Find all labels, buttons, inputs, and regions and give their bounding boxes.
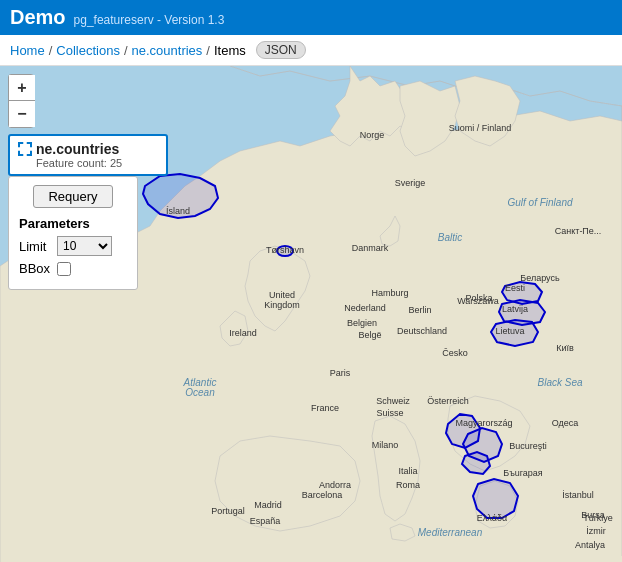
- svg-text:Hamburg: Hamburg: [371, 288, 408, 298]
- info-box: ne.countries Feature count: 25: [8, 134, 168, 176]
- svg-text:France: France: [311, 403, 339, 413]
- svg-text:Mediterranean: Mediterranean: [418, 527, 483, 538]
- svg-text:Lietuva: Lietuva: [495, 326, 524, 336]
- svg-text:España: España: [250, 516, 281, 526]
- svg-text:Ísland: Ísland: [166, 206, 190, 216]
- svg-text:Беларусь: Беларусь: [520, 273, 560, 283]
- svg-text:Одеca: Одеca: [552, 418, 579, 428]
- breadcrumb-sep3: /: [206, 43, 210, 58]
- svg-text:Deutschland: Deutschland: [397, 326, 447, 336]
- limit-row: Limit 10 25 50 100: [19, 236, 127, 256]
- svg-text:Česko: Česko: [442, 348, 468, 358]
- svg-text:Bursa: Bursa: [581, 510, 605, 520]
- svg-text:Latvija: Latvija: [502, 304, 528, 314]
- zoom-in-button[interactable]: +: [9, 75, 35, 101]
- svg-text:Ελλάδα: Ελλάδα: [477, 513, 507, 523]
- svg-text:United: United: [269, 290, 295, 300]
- breadcrumb: Home / Collections / ne.countries / Item…: [0, 35, 622, 66]
- breadcrumb-sep2: /: [124, 43, 128, 58]
- svg-text:Norge: Norge: [360, 130, 385, 140]
- svg-text:Warszawa: Warszawa: [457, 296, 499, 306]
- breadcrumb-items: Items: [214, 43, 246, 58]
- svg-text:Baltic: Baltic: [438, 232, 462, 243]
- svg-text:Antalya: Antalya: [575, 540, 605, 550]
- svg-text:Magyarország: Magyarország: [455, 418, 512, 428]
- svg-text:Milano: Milano: [372, 440, 399, 450]
- svg-text:Nederland: Nederland: [344, 303, 386, 313]
- svg-text:İzmir: İzmir: [586, 526, 606, 536]
- zoom-out-button[interactable]: −: [9, 101, 35, 127]
- app-subtitle: pg_featureserv - Version 1.3: [74, 13, 225, 27]
- app-title: Demo: [10, 6, 66, 29]
- svg-text:Danmark: Danmark: [352, 243, 389, 253]
- svg-text:Київ: Київ: [556, 343, 574, 353]
- limit-label: Limit: [19, 239, 51, 254]
- svg-text:Italia: Italia: [398, 466, 417, 476]
- svg-text:Berlin: Berlin: [408, 305, 431, 315]
- svg-text:Бъuгарая: Бъuгарая: [503, 468, 543, 478]
- app-header: Demo pg_featureserv - Version 1.3: [0, 0, 622, 35]
- svg-text:Black Sea: Black Sea: [537, 377, 582, 388]
- svg-text:Bucureşti: Bucureşti: [509, 441, 547, 451]
- svg-text:Belgien: Belgien: [347, 318, 377, 328]
- breadcrumb-collections[interactable]: Collections: [56, 43, 120, 58]
- json-badge[interactable]: JSON: [256, 41, 306, 59]
- svg-text:Ireland: Ireland: [229, 328, 257, 338]
- breadcrumb-home[interactable]: Home: [10, 43, 45, 58]
- svg-text:Suomi / Finland: Suomi / Finland: [449, 123, 512, 133]
- svg-text:Kingdom: Kingdom: [264, 300, 300, 310]
- params-title: Parameters: [19, 216, 127, 231]
- svg-text:Andorra: Andorra: [319, 480, 351, 490]
- svg-text:Suisse: Suisse: [376, 408, 403, 418]
- svg-text:Schweiz: Schweiz: [376, 396, 410, 406]
- bbox-label: BBox: [19, 261, 51, 276]
- svg-text:Санкт-Пе...: Санкт-Пе...: [555, 226, 602, 236]
- feature-icon: [18, 142, 32, 156]
- feature-count: Feature count: 25: [36, 157, 158, 169]
- bbox-checkbox[interactable]: [57, 262, 71, 276]
- svg-text:İstanbul: İstanbul: [562, 490, 594, 500]
- zoom-controls: + −: [8, 74, 34, 128]
- limit-select[interactable]: 10 25 50 100: [57, 236, 112, 256]
- svg-text:Portugal: Portugal: [211, 506, 245, 516]
- svg-text:Gulf of Finland: Gulf of Finland: [507, 197, 572, 208]
- query-panel: Requery Parameters Limit 10 25 50 100 BB…: [8, 176, 138, 290]
- breadcrumb-layer[interactable]: ne.countries: [132, 43, 203, 58]
- svg-text:Sverige: Sverige: [395, 178, 426, 188]
- requery-button[interactable]: Requery: [33, 185, 113, 208]
- svg-text:Österreich: Österreich: [427, 396, 469, 406]
- svg-text:Barcelona: Barcelona: [302, 490, 343, 500]
- svg-text:Madrid: Madrid: [254, 500, 282, 510]
- map-container[interactable]: Suomi / Finland Sverige Norge Danmark Un…: [0, 66, 622, 562]
- svg-text:Belgë: Belgë: [358, 330, 381, 340]
- svg-text:Paris: Paris: [330, 368, 351, 378]
- feature-title: ne.countries: [36, 141, 119, 157]
- svg-text:Tørshavn: Tørshavn: [266, 245, 304, 255]
- breadcrumb-sep1: /: [49, 43, 53, 58]
- svg-text:Eesti: Eesti: [505, 283, 525, 293]
- svg-text:Ocean: Ocean: [185, 387, 215, 398]
- overlay-panel: + − ne.countries Feature count: 25: [8, 74, 168, 176]
- bbox-row: BBox: [19, 261, 127, 276]
- svg-rect-1: [200, 556, 622, 562]
- svg-text:Roma: Roma: [396, 480, 420, 490]
